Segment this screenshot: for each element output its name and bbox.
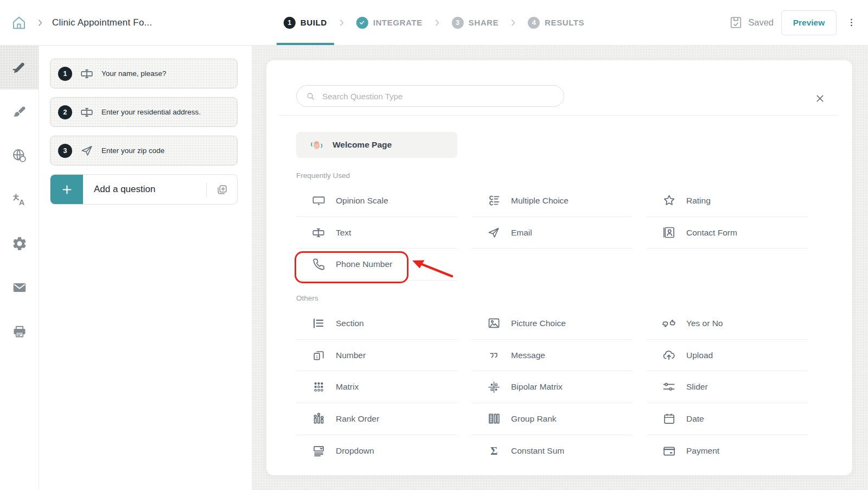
- rail-item-translate[interactable]: A: [0, 177, 39, 221]
- question-type-constant-sum[interactable]: ΣConstant Sum: [471, 435, 633, 467]
- stage: Welcome Page Frequently UsedOpinion Scal…: [252, 46, 868, 490]
- question-number-badge: 2: [58, 105, 72, 119]
- section-title: Others: [296, 294, 852, 302]
- printer-icon: [11, 323, 28, 340]
- matrix-icon: [310, 380, 327, 394]
- question-type-label: Group Rank: [511, 414, 557, 424]
- multiple-choice-icon: [486, 193, 502, 208]
- wizard-step-integrate[interactable]: INTEGRATE: [355, 0, 424, 45]
- svg-text:Σ: Σ: [490, 445, 497, 457]
- question-type-label: Rank Order: [336, 414, 379, 424]
- rail-item-language[interactable]: [0, 133, 39, 177]
- question-card[interactable]: 2Enter your residential address.: [50, 97, 238, 127]
- question-type-label: Email: [511, 228, 532, 238]
- question-type-upload[interactable]: Upload: [647, 340, 808, 372]
- rail-item-print[interactable]: [0, 309, 39, 353]
- waving-hand-icon: [309, 137, 324, 153]
- wizard-step-share[interactable]: 3SHARE: [451, 0, 500, 45]
- close-picker-button[interactable]: [812, 91, 827, 106]
- search-bar[interactable]: [296, 85, 564, 107]
- add-question-plus[interactable]: [50, 175, 83, 204]
- question-label: Enter your zip code: [101, 147, 164, 155]
- more-menu-button[interactable]: [844, 13, 858, 33]
- step-number: 4: [528, 17, 540, 29]
- add-question-button[interactable]: Add a question: [50, 174, 238, 205]
- phone-icon: [310, 257, 327, 272]
- question-type-email[interactable]: Email: [471, 217, 633, 249]
- question-label: Enter your residential address.: [101, 108, 201, 116]
- rail-item-settings[interactable]: [0, 221, 39, 265]
- mail-icon: [11, 279, 28, 296]
- home-button[interactable]: [10, 14, 28, 32]
- question-type-message[interactable]: Message: [471, 340, 633, 372]
- question-type-label: Rating: [686, 196, 711, 206]
- question-type-contact-form[interactable]: Contact Form: [647, 217, 808, 249]
- question-type-label: Picture Choice: [511, 319, 566, 328]
- question-number-badge: 3: [58, 144, 72, 158]
- yes-no-icon: [661, 316, 677, 331]
- step-label: SHARE: [469, 18, 499, 27]
- step-label: RESULTS: [545, 18, 584, 27]
- save-icon: [729, 15, 743, 30]
- picture-choice-icon: [486, 316, 502, 330]
- slider-icon: [661, 379, 677, 394]
- translate-icon: A: [11, 191, 28, 208]
- rail-item-design[interactable]: [0, 90, 39, 133]
- question-type-matrix[interactable]: Matrix: [296, 371, 457, 403]
- duplicate-plus-icon: [216, 183, 228, 196]
- question-type-opinion-scale[interactable]: Opinion Scale: [296, 185, 457, 217]
- message-icon: [486, 348, 502, 362]
- add-question-label: Add a question: [83, 184, 206, 195]
- wizard-step-build[interactable]: 1BUILD: [283, 0, 328, 45]
- rail-item-build[interactable]: [0, 46, 39, 90]
- text-input-icon: [310, 226, 327, 240]
- wizard-step-results[interactable]: 4RESULTS: [527, 0, 585, 45]
- question-type-group-rank[interactable]: Group Rank: [471, 403, 633, 435]
- question-type-multiple-choice[interactable]: Multiple Choice: [471, 185, 633, 217]
- section-icon: [310, 316, 327, 330]
- question-type-number[interactable]: 1Number: [296, 340, 457, 372]
- question-card[interactable]: 1Your name, please?: [50, 59, 238, 88]
- question-type-label: Opinion Scale: [336, 196, 388, 206]
- preview-button[interactable]: Preview: [781, 10, 837, 35]
- number-icon: 1: [310, 348, 327, 362]
- question-type-date[interactable]: Date: [647, 403, 808, 435]
- rank-order-icon: [310, 411, 327, 426]
- question-type-rank-order[interactable]: Rank Order: [296, 403, 457, 435]
- date-icon: [661, 411, 677, 426]
- question-type-label: Constant Sum: [511, 446, 564, 456]
- question-type-label: Phone Number: [336, 259, 392, 269]
- home-icon: [10, 14, 28, 31]
- step-separator-chevron-icon: [432, 17, 443, 28]
- empty-cell: [647, 249, 808, 281]
- question-type-picker: Welcome Page Frequently UsedOpinion Scal…: [266, 60, 852, 475]
- search-input[interactable]: [321, 91, 555, 101]
- question-type-label: Bipolar Matrix: [511, 382, 563, 392]
- question-type-phone-number[interactable]: Phone Number: [296, 249, 457, 281]
- paper-plane-icon: [80, 144, 94, 158]
- question-type-section[interactable]: Section: [296, 308, 457, 340]
- question-type-label: Yes or No: [686, 319, 723, 328]
- page-title: Clinic Appointment Fo...: [52, 17, 152, 28]
- welcome-page-item[interactable]: Welcome Page: [296, 132, 457, 158]
- question-type-payment[interactable]: Payment: [647, 435, 808, 467]
- question-type-text[interactable]: Text: [296, 217, 457, 249]
- bulk-add-button[interactable]: [207, 183, 237, 196]
- step-check-icon: [356, 17, 368, 29]
- divider: [279, 115, 839, 116]
- question-card[interactable]: 3Enter your zip code: [50, 136, 238, 166]
- top-bar: Clinic Appointment Fo... 1BUILDINTEGRATE…: [0, 0, 868, 46]
- question-type-yes-or-no[interactable]: Yes or No: [647, 308, 808, 340]
- rail-item-email[interactable]: [0, 265, 39, 309]
- svg-text:A: A: [19, 198, 24, 207]
- text-input-icon: [80, 105, 94, 119]
- question-type-picture-choice[interactable]: Picture Choice: [471, 308, 633, 340]
- paper-plane-icon: [486, 226, 502, 240]
- question-type-grid: SectionPicture ChoiceYes or No1NumberMes…: [296, 308, 852, 467]
- question-type-dropdown[interactable]: Dropdown: [296, 435, 457, 467]
- question-type-rating[interactable]: Rating: [647, 185, 808, 217]
- question-type-bipolar-matrix[interactable]: Bipolar Matrix: [471, 371, 633, 403]
- left-rail: A: [0, 46, 39, 490]
- step-label: BUILD: [301, 18, 327, 27]
- question-type-slider[interactable]: Slider: [647, 371, 808, 403]
